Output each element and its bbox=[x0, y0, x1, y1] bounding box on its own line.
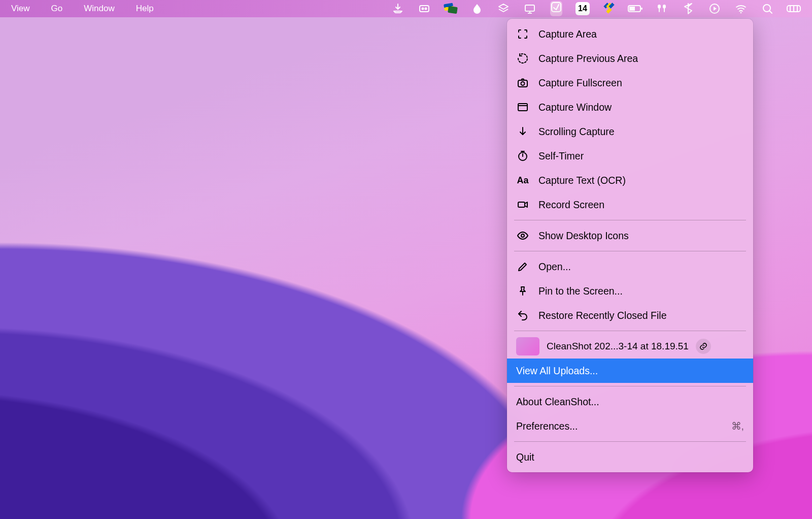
menu-capture-text-ocr-label: Capture Text (OCR) bbox=[538, 172, 744, 188]
menu-about-cleanshot[interactable]: About CleanShot... bbox=[507, 390, 753, 414]
media-icon[interactable] bbox=[411, 0, 437, 17]
menu-self-timer[interactable]: Self-Timer bbox=[507, 144, 753, 168]
menu-open-label: Open... bbox=[538, 258, 744, 275]
thumbnail-icon bbox=[516, 337, 539, 355]
menu-show-desktop-icons-label: Show Desktop Icons bbox=[538, 228, 744, 244]
pin-icon bbox=[516, 284, 529, 298]
menu-view-all-uploads-label: View All Uploads... bbox=[516, 363, 744, 379]
menu-capture-previous-area[interactable]: Capture Previous Area bbox=[507, 46, 753, 71]
menu-record-screen[interactable]: Record Screen bbox=[507, 192, 753, 217]
eye-icon bbox=[516, 229, 529, 242]
arrow-down-icon bbox=[516, 125, 529, 138]
menu-about-cleanshot-label: About CleanShot... bbox=[516, 394, 744, 410]
menu-go[interactable]: Go bbox=[46, 0, 68, 17]
menu-capture-fullscreen-label: Capture Fullscreen bbox=[538, 75, 744, 91]
svg-rect-3 bbox=[525, 5, 534, 11]
menu-capture-text-ocr[interactable]: Aa Capture Text (OCR) bbox=[507, 168, 753, 192]
menu-preferences[interactable]: Preferences... ⌘, bbox=[507, 414, 753, 438]
capture-area-icon bbox=[516, 27, 529, 41]
menu-scrolling-capture[interactable]: Scrolling Capture bbox=[507, 119, 753, 144]
separator bbox=[514, 251, 746, 251]
svg-rect-0 bbox=[420, 6, 429, 12]
separator bbox=[514, 386, 746, 386]
download-icon[interactable] bbox=[385, 0, 411, 17]
svg-rect-6 bbox=[629, 7, 635, 11]
menu-open[interactable]: Open... bbox=[507, 254, 753, 279]
camera-icon bbox=[516, 76, 529, 89]
menu-quit[interactable]: Quit bbox=[507, 445, 753, 469]
menu-scrolling-capture-label: Scrolling Capture bbox=[538, 123, 744, 140]
menubar: View Go Window Help bbox=[0, 0, 812, 17]
menu-pin-to-screen-label: Pin to the Screen... bbox=[538, 283, 744, 299]
display-icon[interactable] bbox=[517, 0, 543, 17]
menu-capture-fullscreen[interactable]: Capture Fullscreen bbox=[507, 71, 753, 95]
separator bbox=[514, 331, 746, 331]
menu-window[interactable]: Window bbox=[79, 0, 119, 17]
text-aa-icon: Aa bbox=[516, 174, 529, 187]
menu-recent-upload-label: CleanShot 202...3-14 at 18.19.51 bbox=[547, 341, 689, 352]
svg-point-16 bbox=[521, 82, 525, 85]
control-center-icon[interactable] bbox=[781, 0, 807, 17]
svg-rect-7 bbox=[641, 8, 642, 10]
svg-rect-20 bbox=[518, 202, 525, 207]
bluetooth-icon[interactable] bbox=[675, 0, 701, 17]
play-circle-icon[interactable] bbox=[701, 0, 728, 17]
svg-point-21 bbox=[521, 234, 524, 237]
svg-point-2 bbox=[425, 8, 427, 10]
menu-record-screen-label: Record Screen bbox=[538, 197, 744, 213]
menu-recent-upload[interactable]: CleanShot 202...3-14 at 18.19.51 bbox=[507, 334, 753, 359]
svg-point-9 bbox=[740, 12, 742, 14]
svg-point-1 bbox=[422, 8, 424, 10]
cleanshot-icon[interactable] bbox=[543, 0, 569, 17]
menu-pin-to-screen[interactable]: Pin to the Screen... bbox=[507, 279, 753, 303]
battery-icon[interactable] bbox=[622, 0, 649, 17]
calendar-icon[interactable]: 14 bbox=[569, 0, 596, 17]
svg-rect-15 bbox=[518, 80, 527, 87]
menu-view-all-uploads[interactable]: View All Uploads... bbox=[507, 359, 753, 383]
svg-rect-17 bbox=[518, 104, 527, 111]
ukraine-flag-icon[interactable] bbox=[596, 0, 622, 17]
window-icon bbox=[516, 101, 529, 114]
menu-capture-area-label: Capture Area bbox=[538, 26, 744, 42]
menubar-right: 14 bbox=[385, 0, 812, 17]
spotlight-icon[interactable] bbox=[754, 0, 781, 17]
menu-restore-recently-closed-label: Restore Recently Closed File bbox=[538, 307, 744, 323]
menu-restore-recently-closed[interactable]: Restore Recently Closed File bbox=[507, 303, 753, 328]
menu-view[interactable]: View bbox=[6, 0, 35, 17]
separator bbox=[514, 441, 746, 442]
menu-capture-window-label: Capture Window bbox=[538, 99, 744, 115]
pencil-icon bbox=[516, 260, 529, 273]
menubar-left: View Go Window Help bbox=[0, 0, 159, 17]
menu-capture-window[interactable]: Capture Window bbox=[507, 95, 753, 119]
menu-self-timer-label: Self-Timer bbox=[538, 148, 744, 164]
menu-quit-label: Quit bbox=[516, 449, 744, 465]
link-icon[interactable] bbox=[696, 339, 711, 354]
menu-preferences-label: Preferences... bbox=[516, 418, 722, 434]
airpods-icon[interactable] bbox=[649, 0, 675, 17]
stack-icon[interactable] bbox=[490, 0, 517, 17]
menu-show-desktop-icons[interactable]: Show Desktop Icons bbox=[507, 223, 753, 248]
wifi-icon[interactable] bbox=[728, 0, 754, 17]
menu-help[interactable]: Help bbox=[131, 0, 159, 17]
menu-preferences-shortcut: ⌘, bbox=[731, 418, 744, 434]
capture-previous-icon bbox=[516, 52, 529, 65]
flags-icon[interactable] bbox=[437, 0, 464, 17]
menu-capture-area[interactable]: Capture Area bbox=[507, 22, 753, 46]
timer-icon bbox=[516, 149, 529, 163]
menu-capture-previous-area-label: Capture Previous Area bbox=[538, 50, 744, 67]
undo-icon bbox=[516, 309, 529, 322]
separator bbox=[514, 220, 746, 220]
drop-icon[interactable] bbox=[464, 0, 490, 17]
video-icon bbox=[516, 198, 529, 211]
cleanshot-dropdown: Capture Area Capture Previous Area Captu… bbox=[507, 19, 753, 472]
